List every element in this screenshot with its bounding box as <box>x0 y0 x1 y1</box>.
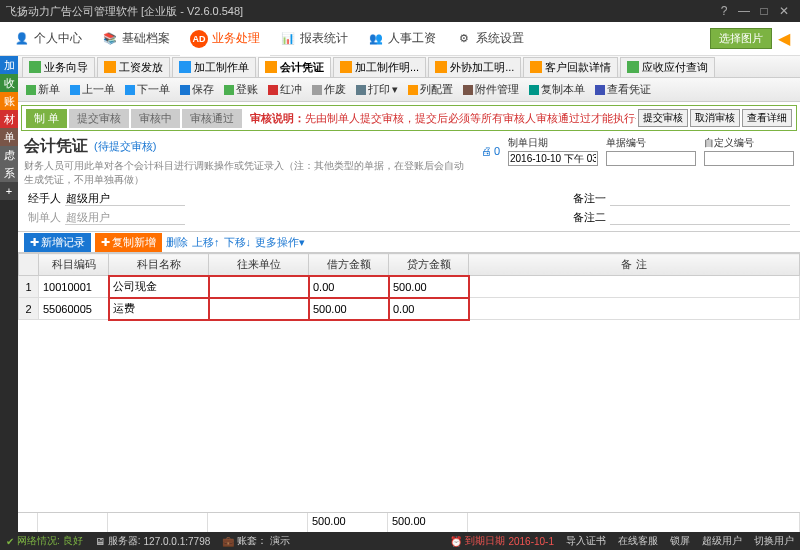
tab-payment[interactable]: 客户回款详情 <box>523 57 618 77</box>
tb-prev[interactable]: 上一单 <box>66 82 119 97</box>
cell-name[interactable]: 运费 <box>109 298 209 320</box>
tab-process[interactable]: 加工制作单 <box>172 57 256 77</box>
col-unit[interactable]: 往来单位 <box>209 254 309 276</box>
tb-reverse[interactable]: 红冲 <box>264 82 306 97</box>
wf-step-4: 审核通过 <box>182 109 242 128</box>
tb-save[interactable]: 保存 <box>176 82 218 97</box>
left-sidebar: 加 收 账 材 单 虑 系 + <box>0 56 18 532</box>
wf-submit[interactable]: 提交审核 <box>638 109 688 127</box>
col-code[interactable]: 科目编码 <box>39 254 109 276</box>
cell-debit[interactable]: 500.00 <box>309 298 389 320</box>
sidebar-filter[interactable]: 虑 <box>0 146 18 164</box>
wf-note: 审核说明：先由制单人提交审核，提交后必须等所有审核人审核通过过才能执行登账操作 <box>250 111 636 126</box>
tab-arap[interactable]: 应收应付查询 <box>620 57 715 77</box>
date-label: 制单日期 <box>508 136 598 150</box>
nav-personal[interactable]: 👤个人中心 <box>4 22 92 56</box>
cell-remark[interactable] <box>469 298 800 320</box>
sidebar-add[interactable]: 加 <box>0 56 18 74</box>
remark1-input[interactable] <box>610 191 790 206</box>
tab-voucher[interactable]: 会计凭证 <box>258 57 331 77</box>
post-icon <box>224 85 234 95</box>
void-icon <box>312 85 322 95</box>
view-icon <box>595 85 605 95</box>
tb-print[interactable]: 打印▾ <box>352 82 402 97</box>
tab-icon <box>104 61 116 73</box>
save-icon <box>180 85 190 95</box>
cell-credit[interactable]: 500.00 <box>389 276 469 298</box>
sidebar-account[interactable]: 账 <box>0 92 18 110</box>
tab-icon <box>627 61 639 73</box>
table-row[interactable]: 1 10010001 公司现金 0.00 500.00 <box>19 276 800 298</box>
table-row[interactable]: 2 55060005 运费 500.00 0.00 <box>19 298 800 320</box>
date-input[interactable] <box>508 151 598 166</box>
col-remark[interactable]: 备 注 <box>469 254 800 276</box>
wf-detail[interactable]: 查看详细 <box>742 109 792 127</box>
wf-cancel[interactable]: 取消审核 <box>690 109 740 127</box>
del-row-link[interactable]: 删除 <box>166 235 188 250</box>
tb-copy[interactable]: 复制本单 <box>525 82 589 97</box>
attach-icon <box>463 85 473 95</box>
sidebar-plus[interactable]: + <box>0 182 18 200</box>
online-support[interactable]: 在线客服 <box>618 534 658 548</box>
tab-salary[interactable]: 工资发放 <box>97 57 170 77</box>
up-row-link[interactable]: 上移↑ <box>192 235 220 250</box>
tab-guide[interactable]: 业务向导 <box>22 57 95 77</box>
tb-post[interactable]: 登账 <box>220 82 262 97</box>
tab-icon <box>179 61 191 73</box>
down-row-link[interactable]: 下移↓ <box>224 235 252 250</box>
nav-hr[interactable]: 👥人事工资 <box>358 22 446 56</box>
nav-archive[interactable]: 📚基础档案 <box>92 22 180 56</box>
cell-code[interactable]: 55060005 <box>39 298 109 320</box>
tb-view[interactable]: 查看凭证 <box>591 82 655 97</box>
lock-screen[interactable]: 锁屏 <box>670 534 690 548</box>
close-icon[interactable]: ✕ <box>774 4 794 18</box>
sidebar-material[interactable]: 材 <box>0 110 18 128</box>
nav-business[interactable]: AD业务处理 <box>180 22 270 56</box>
sidebar-system[interactable]: 系 <box>0 164 18 182</box>
select-image-button[interactable]: 选择图片 <box>710 28 772 49</box>
cell-code[interactable]: 10010001 <box>39 276 109 298</box>
nav-system[interactable]: ⚙系统设置 <box>446 22 534 56</box>
handler-input[interactable] <box>65 191 185 206</box>
tb-cols[interactable]: 列配置 <box>404 82 457 97</box>
nav-report[interactable]: 📊报表统计 <box>270 22 358 56</box>
printer-icon: 🖨 <box>481 145 492 157</box>
voucher-grid[interactable]: 科目编码 科目名称 往来单位 借方金额 贷方金额 备 注 1 10010001 … <box>18 253 800 512</box>
sidebar-receive[interactable]: 收 <box>0 74 18 92</box>
bell-icon[interactable]: ◀ <box>778 29 790 48</box>
cell-unit[interactable] <box>209 298 309 320</box>
remark2-input[interactable] <box>610 210 790 225</box>
cell-remark[interactable] <box>469 276 800 298</box>
form-row-2: 制单人 备注二 <box>18 208 800 227</box>
remark2-label: 备注二 <box>573 210 606 225</box>
tab-process-detail[interactable]: 加工制作明... <box>333 57 426 77</box>
col-debit[interactable]: 借方金额 <box>309 254 389 276</box>
status-badge: (待提交审核) <box>94 139 156 154</box>
copy-row-button[interactable]: ✚复制新增 <box>95 233 162 252</box>
tb-void[interactable]: 作废 <box>308 82 350 97</box>
tb-next[interactable]: 下一单 <box>121 82 174 97</box>
add-row-button[interactable]: ✚新增记录 <box>24 233 91 252</box>
switch-user[interactable]: 切换用户 <box>754 534 794 548</box>
cell-credit[interactable]: 0.00 <box>389 298 469 320</box>
current-user[interactable]: 超级用户 <box>702 534 742 548</box>
tb-new[interactable]: 新单 <box>22 82 64 97</box>
custom-input[interactable] <box>704 151 794 166</box>
col-credit[interactable]: 贷方金额 <box>389 254 469 276</box>
more-ops-link[interactable]: 更多操作▾ <box>255 235 305 250</box>
tab-outsource[interactable]: 外协加工明... <box>428 57 521 77</box>
hr-icon: 👥 <box>368 31 384 47</box>
totals-row: 500.00 500.00 <box>18 512 800 532</box>
cell-unit[interactable] <box>209 276 309 298</box>
sidebar-doc[interactable]: 单 <box>0 128 18 146</box>
wf-step-3: 审核中 <box>131 109 180 128</box>
help-icon[interactable]: ? <box>714 4 734 18</box>
cell-debit[interactable]: 0.00 <box>309 276 389 298</box>
import-cert[interactable]: 导入证书 <box>566 534 606 548</box>
cell-name[interactable]: 公司现金 <box>109 276 209 298</box>
minimize-icon[interactable]: — <box>734 4 754 18</box>
tb-attach[interactable]: 附件管理 <box>459 82 523 97</box>
docno-input[interactable] <box>606 151 696 166</box>
maximize-icon[interactable]: □ <box>754 4 774 18</box>
col-name[interactable]: 科目名称 <box>109 254 209 276</box>
